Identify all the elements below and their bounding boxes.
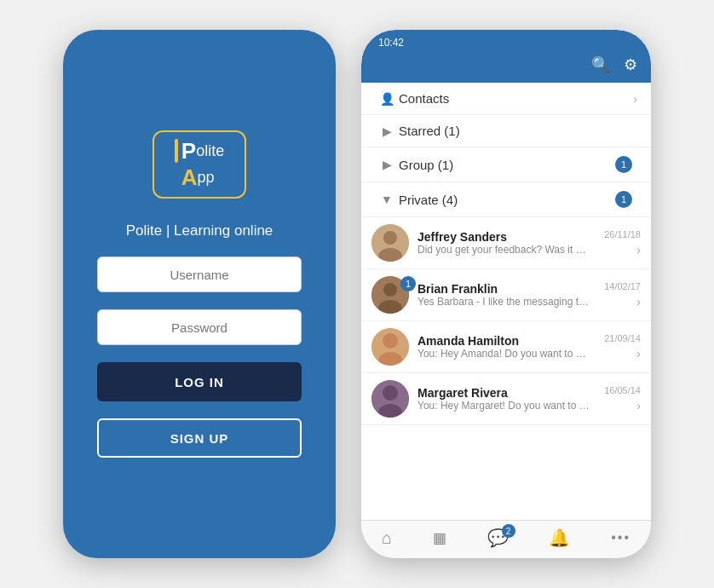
starred-label: Starred (1) xyxy=(399,124,637,138)
chat-date-amanda: 21/09/14 xyxy=(604,333,641,343)
chat-name-jeffrey: Jeffrey Sanders xyxy=(417,230,590,244)
chat-preview-amanda: You: Hey Amanda! Do you want to co... xyxy=(417,348,590,360)
private-row[interactable]: ▼ Private (4) 1 xyxy=(361,182,651,217)
contacts-label: Contacts xyxy=(399,91,633,106)
chat-info-jeffrey: Jeffrey Sanders Did you get your feedbac… xyxy=(417,230,590,256)
chat-chevron-amanda: › xyxy=(636,347,641,360)
private-arrow: ▼ xyxy=(375,193,399,206)
private-label: Private (4) xyxy=(399,193,615,207)
svg-point-1 xyxy=(383,231,397,245)
group-label: Group (1) xyxy=(399,158,615,172)
tab-bell[interactable]: 🔔 xyxy=(549,527,570,548)
chat-date-brian: 14/02/17 xyxy=(604,281,641,291)
chat-info-amanda: Amanda Hamilton You: Hey Amanda! Do you … xyxy=(417,334,590,360)
starred-row[interactable]: ▶ Starred (1) xyxy=(361,115,651,147)
contacts-chevron: › xyxy=(633,92,637,106)
chat-list: 👤 Contacts › ▶ Starred (1) ▶ Group (1) 1… xyxy=(361,83,651,520)
chat-preview-margaret: You: Hey Margaret! Do you want to c... xyxy=(417,400,590,412)
tab-calendar[interactable]: ▦ xyxy=(433,529,446,547)
status-bar: 10:42 xyxy=(361,30,651,52)
chat-item-jeffrey[interactable]: Jeffrey Sanders Did you get your feedbac… xyxy=(361,217,651,269)
chat-name-amanda: Amanda Hamilton xyxy=(417,334,590,348)
tagline: Polite | Learning online xyxy=(126,222,274,239)
chat-meta-jeffrey: 26/11/18 › xyxy=(590,229,641,257)
chat-info-brian: Brian Franklin Yes Barbara - I like the … xyxy=(417,282,590,308)
group-badge: 1 xyxy=(615,156,632,173)
search-icon[interactable]: 🔍 xyxy=(591,55,610,74)
signup-button[interactable]: SIGN UP xyxy=(97,418,302,458)
chat-name-brian: Brian Franklin xyxy=(417,282,590,296)
chat-name-margaret: Margaret Rivera xyxy=(417,386,590,400)
left-phone: P olite A pp Polite | Learning online LO… xyxy=(63,30,336,558)
logo-pp: pp xyxy=(198,169,215,187)
svg-point-7 xyxy=(383,333,398,349)
avatar-jeffrey xyxy=(371,224,409,262)
phone-screen: 10:42 🔍 ⚙ 👤 Contacts › ▶ Starred (1) ▶ xyxy=(361,30,651,558)
unread-badge-brian: 1 xyxy=(400,276,416,291)
chat-chevron-jeffrey: › xyxy=(636,243,641,257)
avatar-margaret xyxy=(371,380,409,418)
tab-more[interactable]: ••• xyxy=(611,530,631,545)
logo-olite: olite xyxy=(196,142,224,161)
contacts-row[interactable]: 👤 Contacts › xyxy=(361,83,651,115)
chat-item-brian[interactable]: 1 Brian Franklin Yes Barbara - I like th… xyxy=(361,269,651,321)
right-phone: 10:42 🔍 ⚙ 👤 Contacts › ▶ Starred (1) ▶ xyxy=(361,30,651,558)
logo-bottom-row: A pp xyxy=(175,164,215,191)
bottom-tabs: ⌂ ▦ 💬 2 🔔 ••• xyxy=(361,520,651,558)
svg-point-4 xyxy=(383,283,397,297)
chat-info-margaret: Margaret Rivera You: Hey Margaret! Do yo… xyxy=(417,386,590,412)
top-nav: 🔍 ⚙ xyxy=(361,52,651,83)
chat-date-margaret: 16/05/14 xyxy=(604,385,641,395)
chat-preview-jeffrey: Did you get your feedback? Was it u... xyxy=(417,244,590,256)
gear-icon[interactable]: ⚙ xyxy=(624,55,637,74)
chat-item-margaret[interactable]: Margaret Rivera You: Hey Margaret! Do yo… xyxy=(361,373,651,425)
status-time: 10:42 xyxy=(378,37,404,49)
chat-date-jeffrey: 26/11/18 xyxy=(604,229,641,239)
chat-preview-brian: Yes Barbara - I like the messaging to... xyxy=(417,296,590,308)
avatar-amanda xyxy=(371,328,409,366)
starred-arrow: ▶ xyxy=(375,124,399,138)
password-input[interactable] xyxy=(97,309,302,345)
login-button[interactable]: LOG IN xyxy=(97,362,302,401)
logo-text: P olite A pp xyxy=(175,138,224,191)
logo-a: A xyxy=(181,164,198,191)
logo-yellow-bar xyxy=(175,139,178,163)
chat-meta-brian: 14/02/17 › xyxy=(590,281,641,308)
logo-p: P xyxy=(181,138,196,164)
svg-point-10 xyxy=(383,385,398,401)
home-icon: ⌂ xyxy=(382,528,392,548)
group-arrow: ▶ xyxy=(375,158,399,171)
logo-top-row: P olite xyxy=(175,138,224,164)
contacts-icon: 👤 xyxy=(375,92,399,106)
tab-home[interactable]: ⌂ xyxy=(382,528,392,548)
more-icon: ••• xyxy=(611,530,631,545)
chat-meta-amanda: 21/09/14 › xyxy=(590,333,641,360)
username-input[interactable] xyxy=(97,257,302,292)
bell-icon: 🔔 xyxy=(549,527,570,548)
chat-item-amanda[interactable]: Amanda Hamilton You: Hey Amanda! Do you … xyxy=(361,321,651,373)
logo-yellow-bar-2 xyxy=(175,166,178,190)
tab-messages[interactable]: 💬 2 xyxy=(487,527,509,548)
chat-chevron-margaret: › xyxy=(636,399,641,412)
chat-meta-margaret: 16/05/14 › xyxy=(590,385,641,412)
private-badge: 1 xyxy=(615,191,632,208)
logo-box: P olite A pp xyxy=(153,130,246,199)
group-row[interactable]: ▶ Group (1) 1 xyxy=(361,147,651,182)
messages-badge: 2 xyxy=(502,524,515,538)
chat-chevron-brian: › xyxy=(636,295,641,308)
calendar-icon: ▦ xyxy=(433,529,446,547)
